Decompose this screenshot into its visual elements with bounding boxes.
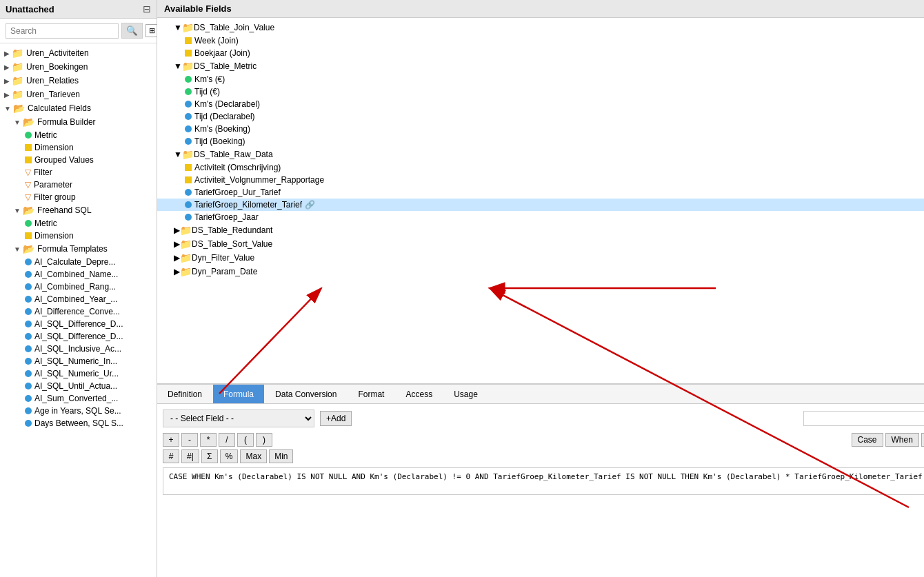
field-item-tarief-uur[interactable]: TariefGroep_Uur_Tarief xyxy=(157,186,924,199)
multiply-button[interactable]: * xyxy=(200,433,217,447)
field-item-ds-raw[interactable]: ▼ 📁 DS_Table_Raw_Data xyxy=(157,148,924,161)
minus-button[interactable]: - xyxy=(181,433,198,447)
tree-item-ai-sql-numeric-in[interactable]: AI_SQL_Numeric_In... xyxy=(0,355,157,367)
arrow-icon: ▶ xyxy=(4,63,10,71)
search-button[interactable]: 🔍 xyxy=(121,23,143,39)
field-item-activiteit-volg[interactable]: Activiteit_Volgnummer_Rapportage xyxy=(157,174,924,186)
tree-item-ai-combined-name[interactable]: AI_Combined_Name... xyxy=(0,268,157,281)
max-button[interactable]: Max xyxy=(240,449,267,463)
yellow-square-icon xyxy=(185,50,192,57)
when-button[interactable]: When xyxy=(885,433,919,447)
tree-item-ai-sql-inclusive[interactable]: AI_SQL_Inclusive_Ac... xyxy=(0,343,157,355)
add-field-button[interactable]: +Add xyxy=(320,411,352,426)
field-item-kms-euro[interactable]: Km's (€) xyxy=(157,73,924,85)
select-field-dropdown[interactable]: - - Select Field - - xyxy=(163,409,314,427)
field-item-tijd-boeking[interactable]: Tijd (Boeking) xyxy=(157,135,924,148)
folder-icon: 📁 xyxy=(12,48,23,59)
tree-item-days-between[interactable]: Days Between, SQL S... xyxy=(0,417,157,429)
field-item-kms-boeking[interactable]: Km's (Boeking) xyxy=(157,123,924,135)
field-item-ds-sort[interactable]: ▶ 📁 DS_Table_Sort_Value xyxy=(157,237,924,251)
folder-icon: 📁 xyxy=(182,61,194,72)
tree-item-dimension-fb[interactable]: Dimension xyxy=(0,141,157,154)
field-item-ds-metric[interactable]: ▼ 📁 DS_Table_Metric xyxy=(157,59,924,73)
dot-blue-icon xyxy=(185,101,192,108)
tree-item-calculated-fields[interactable]: ▼ 📂 Calculated Fields xyxy=(0,101,157,115)
tree-item-ai-sql-until[interactable]: AI_SQL_Until_Actua... xyxy=(0,380,157,392)
open-paren-button[interactable]: ( xyxy=(237,433,254,447)
folder-icon: 📂 xyxy=(23,205,34,216)
tree-item-uren-relaties[interactable]: ▶ 📁 Uren_Relaties xyxy=(0,74,157,88)
field-label: Week (Join) xyxy=(194,36,239,45)
tree-label: Calculated Fields xyxy=(28,103,91,113)
field-item-tijd-declarabel[interactable]: Tijd (Declarabel) xyxy=(157,110,924,123)
field-item-kms-declarabel[interactable]: Km's (Declarabel) xyxy=(157,98,924,110)
field-item-ds-join[interactable]: ▼ 📁 DS_Table_Join_Value xyxy=(157,21,924,34)
search-box: 🔍 ⊞ ≡ xyxy=(0,19,157,43)
tree-item-ai-combined-range[interactable]: AI_Combined_Rang... xyxy=(0,281,157,293)
tab-access[interactable]: Access xyxy=(395,385,443,403)
tree-item-age-in-years[interactable]: Age in Years, SQL Se... xyxy=(0,405,157,417)
field-item-tarief-km[interactable]: TariefGroep_Kilometer_Tarief 🔗 xyxy=(157,199,924,211)
tab-formula[interactable]: Formula xyxy=(213,385,264,403)
tree-item-filter-group[interactable]: ▽ Filter group xyxy=(0,191,157,203)
field-item-ds-redundant[interactable]: ▶ 📁 DS_Table_Redundant xyxy=(157,223,924,237)
dot-blue-icon xyxy=(25,259,32,265)
arrow-icon: ▶ xyxy=(174,225,180,235)
arrow-icon: ▼ xyxy=(174,61,182,71)
formula-search-input[interactable] xyxy=(803,411,924,426)
plus-button[interactable]: + xyxy=(163,433,179,447)
tab-usage[interactable]: Usage xyxy=(443,385,488,403)
hash-bar-button[interactable]: #| xyxy=(181,449,199,463)
tree-item-filter[interactable]: ▽ Filter xyxy=(0,166,157,179)
tree-label: Dimension xyxy=(34,143,74,152)
tree-item-uren-activiteiten[interactable]: ▶ 📁 Uren_Activiteiten xyxy=(0,46,157,60)
tree-item-ai-sql-numeric-ur[interactable]: AI_SQL_Numeric_Ur... xyxy=(0,367,157,380)
tree-item-metric-sql[interactable]: Metric xyxy=(0,217,157,230)
sigma-button[interactable]: Σ xyxy=(201,449,218,463)
field-item-dyn-filter[interactable]: ▶ 📁 Dyn_Filter_Value xyxy=(157,251,924,265)
field-label: Activiteit (Omschrijving) xyxy=(194,163,281,172)
tree-item-parameter[interactable]: ▽ Parameter xyxy=(0,179,157,191)
collapse-icon[interactable]: ⊟ xyxy=(143,3,151,14)
info-icon[interactable]: 🔗 xyxy=(305,200,315,210)
dot-blue-icon xyxy=(25,296,32,303)
hash-button[interactable]: # xyxy=(163,449,179,463)
tab-format[interactable]: Format xyxy=(348,385,394,403)
divide-button[interactable]: / xyxy=(219,433,235,447)
percent-button[interactable]: % xyxy=(220,449,239,463)
case-button[interactable]: Case xyxy=(852,433,883,447)
tree-label: Age in Years, SQL Se... xyxy=(34,406,121,416)
tree-item-ai-sum-converted[interactable]: AI_Sum_Converted_... xyxy=(0,392,157,405)
dot-blue-icon xyxy=(25,383,32,389)
tree-item-uren-tarieven[interactable]: ▶ 📁 Uren_Tarieven xyxy=(0,88,157,101)
formula-tab-content: - - Select Field - - +Add +Add + - * / ( xyxy=(157,404,924,577)
tree-item-freehand-sql[interactable]: ▼ 📂 Freehand SQL xyxy=(0,203,157,217)
tree-item-metric-fb[interactable]: Metric xyxy=(0,129,157,141)
tree-item-ai-calculate[interactable]: AI_Calculate_Depre... xyxy=(0,256,157,268)
field-item-boekjaar-join[interactable]: Boekjaar (Join) xyxy=(157,47,924,59)
tree-item-grouped-values[interactable]: Grouped Values xyxy=(0,154,157,166)
tree-item-ai-combined-year[interactable]: AI_Combined_Year_... xyxy=(0,293,157,305)
field-item-week-join[interactable]: Week (Join) xyxy=(157,34,924,47)
field-item-activiteit-omschr[interactable]: Activiteit (Omschrijving) xyxy=(157,161,924,174)
field-label: Tijd (€) xyxy=(194,87,220,97)
tab-definition[interactable]: Definition xyxy=(157,385,212,403)
min-button[interactable]: Min xyxy=(269,449,293,463)
folder-icon: 📁 xyxy=(182,149,194,160)
else-button[interactable]: Else xyxy=(921,433,924,447)
tree-label: Uren_Boekingen xyxy=(26,62,88,72)
tab-data-conversion[interactable]: Data Conversion xyxy=(265,385,347,403)
tree-item-dimension-sql[interactable]: Dimension xyxy=(0,230,157,242)
tree-item-formula-builder[interactable]: ▼ 📂 Formula Builder xyxy=(0,115,157,129)
tree-item-ai-sql-diff1[interactable]: AI_SQL_Difference_D... xyxy=(0,318,157,330)
close-paren-button[interactable]: ) xyxy=(256,433,272,447)
metric-dot-icon xyxy=(25,132,32,139)
field-item-dyn-param[interactable]: ▶ 📁 Dyn_Param_Date xyxy=(157,265,924,279)
search-input[interactable] xyxy=(6,23,119,39)
tree-item-ai-sql-diff2[interactable]: AI_SQL_Difference_D... xyxy=(0,330,157,343)
tree-item-formula-templates[interactable]: ▼ 📂 Formula Templates xyxy=(0,242,157,256)
tree-item-ai-difference[interactable]: AI_Difference_Conve... xyxy=(0,305,157,318)
field-item-tijd-euro[interactable]: Tijd (€) xyxy=(157,85,924,98)
tree-item-uren-boekingen[interactable]: ▶ 📁 Uren_Boekingen xyxy=(0,60,157,74)
field-item-tarief-jaar[interactable]: TariefGroep_Jaar xyxy=(157,211,924,223)
